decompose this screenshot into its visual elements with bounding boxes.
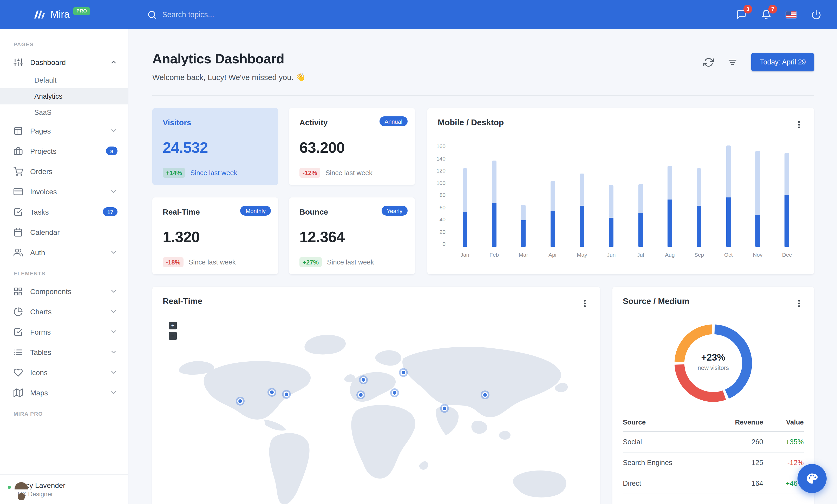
stat-card-activity[interactable]: ActivityAnnual63.200-12%Since last week: [289, 108, 415, 185]
source-col-value: Value: [763, 413, 804, 431]
source-name: Direct: [623, 473, 715, 494]
search-input[interactable]: [162, 11, 287, 19]
stat-card-real-time[interactable]: Real-TimeMonthly1.320-18%Since last week: [152, 198, 278, 274]
zoom-out-button[interactable]: −: [169, 332, 177, 340]
date-range-button[interactable]: Today: April 29: [751, 53, 814, 71]
bar-dec[interactable]: [772, 143, 802, 247]
map-marker-india[interactable]: [442, 406, 447, 411]
stat-card-bounce[interactable]: BounceYearly12.364+27%Since last week: [289, 198, 415, 274]
source-row-direct[interactable]: Direct164+46%: [623, 473, 804, 494]
chevron-down-icon: [110, 348, 118, 356]
bar-jan[interactable]: [450, 143, 480, 247]
sidebar-item-calendar[interactable]: Calendar: [0, 222, 128, 242]
more-vertical-icon: [795, 299, 804, 308]
calendar-icon: [14, 227, 23, 237]
map-marker-denver[interactable]: [269, 389, 275, 395]
map-marker-san-francisco[interactable]: [237, 398, 243, 404]
theme-settings-button[interactable]: [798, 464, 826, 493]
bar-may[interactable]: [567, 143, 597, 247]
source-value: -12%: [763, 452, 804, 473]
map-marker-eastern-europe[interactable]: [392, 390, 397, 396]
brand[interactable]: Mira PRO: [0, 8, 128, 21]
bar-oct[interactable]: [714, 143, 743, 247]
bar-segment-mobile: [580, 206, 584, 247]
language-flag-button[interactable]: [785, 10, 798, 19]
source-name: Social: [623, 431, 715, 452]
map-marker-china[interactable]: [482, 392, 488, 398]
world-map: + −: [152, 313, 600, 504]
map-icon: [14, 388, 23, 397]
sidebar-subitem-saas[interactable]: SaaS: [0, 105, 128, 120]
source-row-social[interactable]: Social260+35%: [623, 431, 804, 452]
sidebar-item-orders[interactable]: Orders: [0, 161, 128, 181]
bar-segment-mobile: [755, 215, 760, 247]
bar-jun[interactable]: [596, 143, 626, 247]
map-marker-northern-europe[interactable]: [360, 377, 366, 382]
bar-sep[interactable]: [684, 143, 714, 247]
shopping-cart-icon: [14, 167, 23, 176]
sidebar-item-projects[interactable]: Projects8: [0, 141, 128, 161]
bar-aug[interactable]: [655, 143, 685, 247]
chart-menu-button[interactable]: [792, 118, 806, 131]
bar-feb[interactable]: [480, 143, 509, 247]
sidebar-item-label: Tasks: [30, 208, 96, 216]
stat-value: 1.320: [163, 229, 268, 246]
y-tick-label: 60: [440, 204, 446, 210]
sidebar-item-forms[interactable]: Forms: [0, 322, 128, 342]
sidebar-item-auth[interactable]: Auth: [0, 242, 128, 262]
sidebar-item-tasks[interactable]: Tasks17: [0, 202, 128, 222]
navbar-search: [147, 10, 735, 19]
stat-period-badge[interactable]: Yearly: [381, 206, 408, 216]
bar-apr[interactable]: [538, 143, 567, 247]
logout-button[interactable]: [810, 8, 822, 21]
bar-segment-desktop: [550, 181, 555, 211]
map-marker-chicago[interactable]: [284, 391, 289, 397]
zoom-in-button[interactable]: +: [169, 322, 177, 330]
bar-jul[interactable]: [626, 143, 655, 247]
layout-icon: [14, 126, 23, 135]
page-subtitle: Welcome back, Lucy! We've missed you. 👋: [152, 73, 305, 82]
map-marker-russia[interactable]: [400, 370, 406, 375]
y-tick-label: 120: [437, 167, 446, 173]
source-row-search-engines[interactable]: Search Engines125-12%: [623, 452, 804, 473]
refresh-button[interactable]: [701, 55, 716, 69]
sidebar-subitem-analytics[interactable]: Analytics: [0, 88, 128, 105]
source-medium-card: Source / Medium +23% new visitors: [612, 287, 814, 504]
chevron-down-icon: [110, 307, 118, 315]
bar-nov[interactable]: [743, 143, 772, 247]
map-marker-western-europe[interactable]: [358, 392, 364, 398]
main-content: Analytics Dashboard Welcome back, Lucy! …: [128, 29, 837, 504]
check-square-icon: [14, 207, 23, 217]
notifications-button[interactable]: 7: [760, 8, 772, 21]
brand-name: Mira: [50, 9, 70, 20]
y-tick-label: 80: [440, 192, 446, 198]
messages-button[interactable]: 3: [735, 8, 748, 21]
bar-mar[interactable]: [509, 143, 538, 247]
filter-button[interactable]: [726, 55, 740, 69]
us-flag-icon: [786, 11, 797, 18]
stat-delta-badge: -18%: [163, 257, 183, 267]
sidebar-item-dashboard[interactable]: Dashboard: [0, 52, 128, 72]
stat-card-visitors[interactable]: Visitors24.532+14%Since last week: [152, 108, 278, 185]
source-menu-button[interactable]: [792, 297, 806, 310]
stat-period-badge[interactable]: Annual: [379, 116, 408, 126]
sidebar-user[interactable]: Lucy Lavender UX Designer: [0, 474, 128, 504]
sidebar-item-invoices[interactable]: Invoices: [0, 181, 128, 202]
bar-segment-mobile: [492, 203, 497, 247]
sidebar-subitem-default[interactable]: Default: [0, 72, 128, 88]
bar-segment-desktop: [785, 153, 789, 195]
sidebar-item-label: Maps: [30, 388, 102, 397]
sidebar-item-charts[interactable]: Charts: [0, 301, 128, 322]
y-tick-label: 140: [437, 155, 446, 161]
stat-period-badge[interactable]: Monthly: [241, 206, 271, 216]
sidebar-item-icons[interactable]: Icons: [0, 362, 128, 382]
sidebar-item-tables[interactable]: Tables: [0, 342, 128, 362]
map-menu-button[interactable]: [578, 297, 592, 310]
y-tick-label: 20: [440, 228, 446, 235]
y-tick-label: 100: [437, 180, 446, 186]
bar-segment-mobile: [638, 213, 643, 247]
sidebar-item-pages[interactable]: Pages: [0, 120, 128, 141]
sidebar-item-maps[interactable]: Maps: [0, 382, 128, 403]
x-tick-label: Nov: [743, 251, 772, 258]
sidebar-item-components[interactable]: Components: [0, 281, 128, 301]
